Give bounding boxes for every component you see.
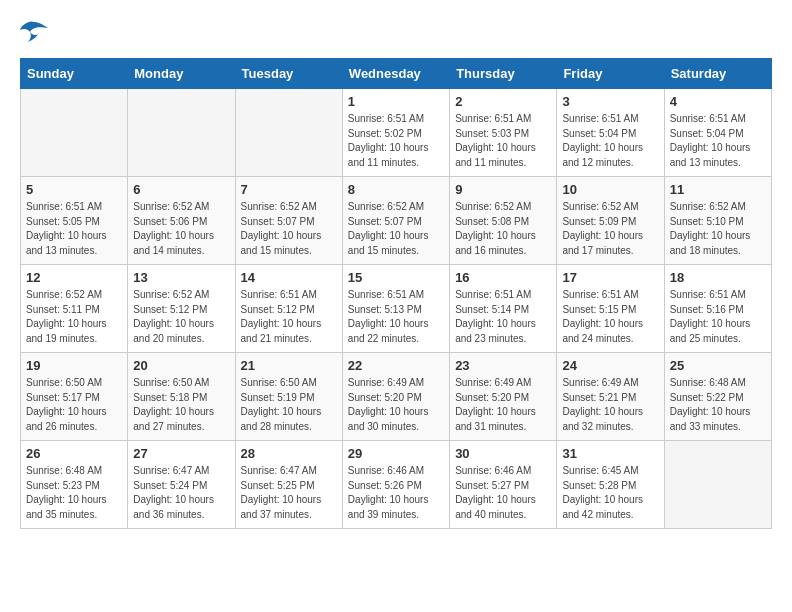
calendar-day-cell: 12Sunrise: 6:52 AM Sunset: 5:11 PM Dayli… (21, 265, 128, 353)
calendar-day-cell: 19Sunrise: 6:50 AM Sunset: 5:17 PM Dayli… (21, 353, 128, 441)
day-number: 9 (455, 182, 551, 197)
day-info: Sunrise: 6:51 AM Sunset: 5:13 PM Dayligh… (348, 288, 444, 346)
calendar-day-cell: 22Sunrise: 6:49 AM Sunset: 5:20 PM Dayli… (342, 353, 449, 441)
weekday-header-thursday: Thursday (450, 59, 557, 89)
day-number: 13 (133, 270, 229, 285)
day-number: 15 (348, 270, 444, 285)
day-info: Sunrise: 6:46 AM Sunset: 5:27 PM Dayligh… (455, 464, 551, 522)
calendar-day-cell: 27Sunrise: 6:47 AM Sunset: 5:24 PM Dayli… (128, 441, 235, 529)
day-info: Sunrise: 6:51 AM Sunset: 5:12 PM Dayligh… (241, 288, 337, 346)
calendar-day-cell: 26Sunrise: 6:48 AM Sunset: 5:23 PM Dayli… (21, 441, 128, 529)
calendar-day-cell: 6Sunrise: 6:52 AM Sunset: 5:06 PM Daylig… (128, 177, 235, 265)
day-number: 20 (133, 358, 229, 373)
calendar-day-cell: 10Sunrise: 6:52 AM Sunset: 5:09 PM Dayli… (557, 177, 664, 265)
day-info: Sunrise: 6:51 AM Sunset: 5:16 PM Dayligh… (670, 288, 766, 346)
calendar-day-cell: 17Sunrise: 6:51 AM Sunset: 5:15 PM Dayli… (557, 265, 664, 353)
day-info: Sunrise: 6:52 AM Sunset: 5:07 PM Dayligh… (241, 200, 337, 258)
calendar-day-cell: 16Sunrise: 6:51 AM Sunset: 5:14 PM Dayli… (450, 265, 557, 353)
day-info: Sunrise: 6:52 AM Sunset: 5:08 PM Dayligh… (455, 200, 551, 258)
day-number: 28 (241, 446, 337, 461)
day-info: Sunrise: 6:47 AM Sunset: 5:25 PM Dayligh… (241, 464, 337, 522)
day-info: Sunrise: 6:48 AM Sunset: 5:23 PM Dayligh… (26, 464, 122, 522)
day-number: 17 (562, 270, 658, 285)
logo (20, 20, 52, 42)
calendar-day-cell (235, 89, 342, 177)
day-number: 22 (348, 358, 444, 373)
day-info: Sunrise: 6:52 AM Sunset: 5:11 PM Dayligh… (26, 288, 122, 346)
day-info: Sunrise: 6:49 AM Sunset: 5:20 PM Dayligh… (348, 376, 444, 434)
day-number: 1 (348, 94, 444, 109)
day-number: 31 (562, 446, 658, 461)
day-info: Sunrise: 6:50 AM Sunset: 5:17 PM Dayligh… (26, 376, 122, 434)
weekday-header-friday: Friday (557, 59, 664, 89)
day-info: Sunrise: 6:52 AM Sunset: 5:06 PM Dayligh… (133, 200, 229, 258)
day-number: 2 (455, 94, 551, 109)
day-number: 10 (562, 182, 658, 197)
day-info: Sunrise: 6:51 AM Sunset: 5:05 PM Dayligh… (26, 200, 122, 258)
calendar-week-row: 12Sunrise: 6:52 AM Sunset: 5:11 PM Dayli… (21, 265, 772, 353)
calendar-day-cell: 5Sunrise: 6:51 AM Sunset: 5:05 PM Daylig… (21, 177, 128, 265)
day-number: 8 (348, 182, 444, 197)
calendar-table: SundayMondayTuesdayWednesdayThursdayFrid… (20, 58, 772, 529)
calendar-week-row: 5Sunrise: 6:51 AM Sunset: 5:05 PM Daylig… (21, 177, 772, 265)
calendar-day-cell: 1Sunrise: 6:51 AM Sunset: 5:02 PM Daylig… (342, 89, 449, 177)
day-number: 7 (241, 182, 337, 197)
calendar-day-cell: 31Sunrise: 6:45 AM Sunset: 5:28 PM Dayli… (557, 441, 664, 529)
day-number: 11 (670, 182, 766, 197)
day-number: 21 (241, 358, 337, 373)
day-info: Sunrise: 6:52 AM Sunset: 5:07 PM Dayligh… (348, 200, 444, 258)
day-info: Sunrise: 6:51 AM Sunset: 5:03 PM Dayligh… (455, 112, 551, 170)
calendar-day-cell: 4Sunrise: 6:51 AM Sunset: 5:04 PM Daylig… (664, 89, 771, 177)
calendar-week-row: 26Sunrise: 6:48 AM Sunset: 5:23 PM Dayli… (21, 441, 772, 529)
weekday-header-tuesday: Tuesday (235, 59, 342, 89)
calendar-day-cell: 18Sunrise: 6:51 AM Sunset: 5:16 PM Dayli… (664, 265, 771, 353)
weekday-header-wednesday: Wednesday (342, 59, 449, 89)
calendar-day-cell: 15Sunrise: 6:51 AM Sunset: 5:13 PM Dayli… (342, 265, 449, 353)
day-number: 27 (133, 446, 229, 461)
day-number: 16 (455, 270, 551, 285)
weekday-header-saturday: Saturday (664, 59, 771, 89)
day-number: 25 (670, 358, 766, 373)
weekday-header-monday: Monday (128, 59, 235, 89)
calendar-day-cell: 28Sunrise: 6:47 AM Sunset: 5:25 PM Dayli… (235, 441, 342, 529)
calendar-day-cell (21, 89, 128, 177)
day-info: Sunrise: 6:48 AM Sunset: 5:22 PM Dayligh… (670, 376, 766, 434)
day-number: 12 (26, 270, 122, 285)
day-info: Sunrise: 6:51 AM Sunset: 5:15 PM Dayligh… (562, 288, 658, 346)
day-info: Sunrise: 6:47 AM Sunset: 5:24 PM Dayligh… (133, 464, 229, 522)
day-number: 3 (562, 94, 658, 109)
weekday-header-row: SundayMondayTuesdayWednesdayThursdayFrid… (21, 59, 772, 89)
day-number: 30 (455, 446, 551, 461)
calendar-day-cell: 9Sunrise: 6:52 AM Sunset: 5:08 PM Daylig… (450, 177, 557, 265)
day-number: 14 (241, 270, 337, 285)
page-header (20, 20, 772, 42)
calendar-day-cell: 11Sunrise: 6:52 AM Sunset: 5:10 PM Dayli… (664, 177, 771, 265)
day-info: Sunrise: 6:51 AM Sunset: 5:04 PM Dayligh… (562, 112, 658, 170)
calendar-day-cell: 30Sunrise: 6:46 AM Sunset: 5:27 PM Dayli… (450, 441, 557, 529)
calendar-day-cell: 20Sunrise: 6:50 AM Sunset: 5:18 PM Dayli… (128, 353, 235, 441)
day-info: Sunrise: 6:52 AM Sunset: 5:12 PM Dayligh… (133, 288, 229, 346)
day-number: 26 (26, 446, 122, 461)
logo-bird-icon (20, 20, 48, 42)
calendar-day-cell: 24Sunrise: 6:49 AM Sunset: 5:21 PM Dayli… (557, 353, 664, 441)
calendar-day-cell: 25Sunrise: 6:48 AM Sunset: 5:22 PM Dayli… (664, 353, 771, 441)
calendar-day-cell: 21Sunrise: 6:50 AM Sunset: 5:19 PM Dayli… (235, 353, 342, 441)
day-number: 19 (26, 358, 122, 373)
calendar-day-cell: 3Sunrise: 6:51 AM Sunset: 5:04 PM Daylig… (557, 89, 664, 177)
calendar-day-cell: 7Sunrise: 6:52 AM Sunset: 5:07 PM Daylig… (235, 177, 342, 265)
day-number: 23 (455, 358, 551, 373)
calendar-week-row: 1Sunrise: 6:51 AM Sunset: 5:02 PM Daylig… (21, 89, 772, 177)
day-number: 18 (670, 270, 766, 285)
calendar-day-cell: 29Sunrise: 6:46 AM Sunset: 5:26 PM Dayli… (342, 441, 449, 529)
calendar-day-cell: 14Sunrise: 6:51 AM Sunset: 5:12 PM Dayli… (235, 265, 342, 353)
day-info: Sunrise: 6:51 AM Sunset: 5:14 PM Dayligh… (455, 288, 551, 346)
day-info: Sunrise: 6:52 AM Sunset: 5:10 PM Dayligh… (670, 200, 766, 258)
day-info: Sunrise: 6:52 AM Sunset: 5:09 PM Dayligh… (562, 200, 658, 258)
day-info: Sunrise: 6:49 AM Sunset: 5:21 PM Dayligh… (562, 376, 658, 434)
day-number: 29 (348, 446, 444, 461)
day-number: 6 (133, 182, 229, 197)
calendar-day-cell: 2Sunrise: 6:51 AM Sunset: 5:03 PM Daylig… (450, 89, 557, 177)
calendar-day-cell (664, 441, 771, 529)
day-number: 4 (670, 94, 766, 109)
calendar-day-cell (128, 89, 235, 177)
